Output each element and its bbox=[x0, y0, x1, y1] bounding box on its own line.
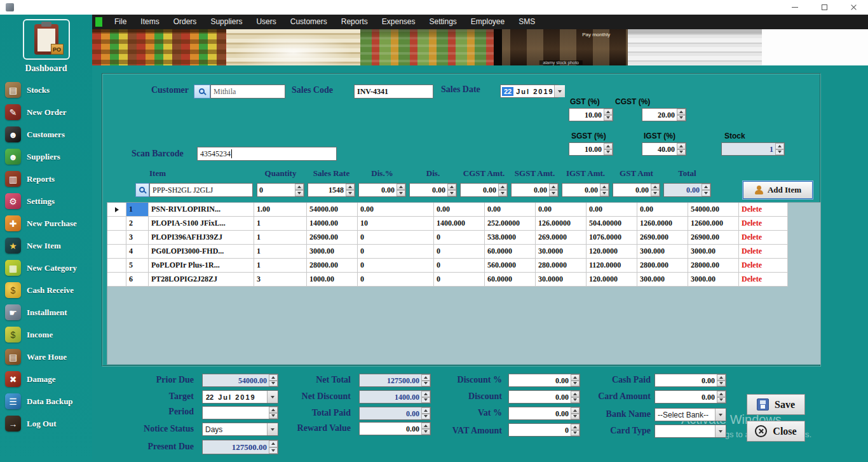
row-selector[interactable] bbox=[107, 217, 126, 231]
spin-up-button[interactable] bbox=[447, 184, 456, 190]
items-grid[interactable]: 1PSN-RIVLOPIRIN...1.0054000.000.000.000.… bbox=[107, 202, 821, 365]
spin-down-button[interactable] bbox=[447, 190, 456, 196]
calendar-dropdown-button[interactable] bbox=[554, 85, 565, 97]
sidebar-item-new-item[interactable]: ★New Item bbox=[3, 234, 92, 257]
spin-down-button[interactable] bbox=[295, 190, 304, 196]
spin-down-button[interactable] bbox=[604, 149, 613, 156]
sidebar-item-log-out[interactable]: →Log Out bbox=[3, 412, 92, 435]
spin-down-button[interactable] bbox=[346, 190, 355, 196]
spin-up-button[interactable] bbox=[346, 184, 355, 190]
sidebar-item-stocks[interactable]: ▤Stocks bbox=[3, 79, 92, 101]
maximize-button[interactable] bbox=[810, 0, 839, 15]
spin-down-button[interactable] bbox=[549, 190, 558, 196]
spin-down-button[interactable] bbox=[702, 190, 710, 196]
spin-up-button[interactable] bbox=[775, 143, 784, 149]
close-button-form[interactable]: Close bbox=[747, 421, 805, 442]
delete-link[interactable]: Delete bbox=[739, 231, 788, 245]
spin-up-button[interactable] bbox=[295, 184, 304, 190]
sidebar-item-new-purchase[interactable]: ✚New Purchase bbox=[3, 212, 92, 234]
sidebar-item-new-category[interactable]: ▦New Category bbox=[3, 257, 92, 279]
spin-up-button[interactable] bbox=[677, 109, 686, 115]
sidebar-item-income[interactable]: $Income bbox=[3, 323, 92, 346]
card-type-select[interactable] bbox=[654, 425, 726, 438]
save-button[interactable]: Save bbox=[747, 394, 805, 415]
sidebar-item-damage[interactable]: ✖Damage bbox=[3, 368, 92, 390]
spin-up-button[interactable] bbox=[677, 143, 686, 149]
delete-link[interactable]: Delete bbox=[739, 203, 788, 217]
row-selector[interactable] bbox=[107, 273, 126, 287]
sidebar-item-suppliers[interactable]: ☻Suppliers bbox=[3, 146, 92, 168]
spin-down-button[interactable] bbox=[604, 115, 613, 121]
sidebar-item-dashboard[interactable]: Dashboard bbox=[25, 64, 67, 74]
cgst-amt-input[interactable]: 0.00 bbox=[460, 183, 508, 197]
gst-amt-input[interactable]: 0.00 bbox=[613, 183, 660, 197]
sales-code-input[interactable]: INV-4341 bbox=[354, 85, 433, 99]
menu-item-orders[interactable]: Orders bbox=[166, 15, 204, 29]
spin-up-button[interactable] bbox=[651, 184, 660, 190]
row-selector[interactable] bbox=[107, 259, 126, 273]
menu-item-settings[interactable]: Settings bbox=[423, 15, 464, 29]
cash-paid-input[interactable]: 0.00 bbox=[654, 374, 726, 387]
minimize-button[interactable] bbox=[780, 0, 810, 15]
spin-down-button[interactable] bbox=[677, 115, 686, 121]
spin-down-button[interactable] bbox=[498, 190, 507, 196]
spin-down-button[interactable] bbox=[397, 190, 405, 196]
sidebar-item-cash-receive[interactable]: $Cash Receive bbox=[3, 279, 92, 301]
sidebar-item-data-backup[interactable]: ☰Data Backup bbox=[3, 390, 92, 412]
sales-date-picker[interactable]: 22 Jul 2019 bbox=[500, 85, 559, 98]
menu-item-suppliers[interactable]: Suppliers bbox=[203, 15, 249, 29]
sidebar-item-ware-houe[interactable]: ▤Ware Houe bbox=[3, 346, 92, 368]
dis-pct-input[interactable]: 0.00 bbox=[358, 183, 406, 197]
spin-down-button[interactable] bbox=[269, 447, 278, 454]
menu-item-customers[interactable]: Customers bbox=[283, 15, 334, 29]
igst-amt-input[interactable]: 0.00 bbox=[562, 183, 609, 197]
sidebar-item-new-order[interactable]: ✎New Order bbox=[3, 101, 92, 123]
row-selector[interactable] bbox=[107, 203, 126, 217]
spin-down-button[interactable] bbox=[600, 190, 609, 196]
sidebar-item-reports[interactable]: ▥Reports bbox=[3, 168, 92, 190]
spin-up-button[interactable] bbox=[604, 143, 613, 149]
sgst-amt-input[interactable]: 0.00 bbox=[511, 183, 559, 197]
spin-up-button[interactable] bbox=[702, 184, 710, 190]
row-selector[interactable] bbox=[107, 245, 126, 259]
add-item-button[interactable]: Add Item bbox=[743, 181, 813, 199]
card-amount-input[interactable]: 0.00 bbox=[654, 390, 726, 404]
spin-down-button[interactable] bbox=[677, 149, 686, 156]
spin-down-button[interactable] bbox=[717, 381, 726, 387]
spin-down-button[interactable] bbox=[775, 149, 784, 156]
spin-up-button[interactable] bbox=[717, 391, 726, 397]
quantity-input[interactable]: 0 bbox=[257, 183, 304, 197]
sidebar-item-settings[interactable]: ⚙Settings bbox=[3, 190, 92, 212]
row-selector[interactable] bbox=[107, 231, 126, 245]
sales-rate-input[interactable]: 1548 bbox=[308, 183, 355, 197]
igst-input[interactable]: 40.00 bbox=[642, 142, 686, 156]
spin-down-button[interactable] bbox=[717, 397, 726, 404]
close-button[interactable] bbox=[839, 0, 868, 15]
delete-link[interactable]: Delete bbox=[739, 273, 788, 287]
cgst-input[interactable]: 20.00 bbox=[642, 108, 686, 121]
spin-up-button[interactable] bbox=[498, 184, 507, 190]
dis-input[interactable]: 0.00 bbox=[409, 183, 457, 197]
menu-item-expenses[interactable]: Expenses bbox=[375, 15, 423, 29]
gst-input[interactable]: 10.00 bbox=[569, 108, 613, 121]
menu-item-reports[interactable]: Reports bbox=[334, 15, 375, 29]
menu-item-file[interactable]: File bbox=[107, 15, 133, 29]
spin-up-button[interactable] bbox=[397, 184, 405, 190]
sgst-input[interactable]: 10.00 bbox=[569, 142, 613, 156]
spin-up-button[interactable] bbox=[600, 184, 609, 190]
menu-item-users[interactable]: Users bbox=[249, 15, 283, 29]
item-search-button[interactable] bbox=[135, 183, 149, 197]
delete-link[interactable]: Delete bbox=[739, 217, 788, 231]
sidebar-item-installment[interactable]: ☛Installment bbox=[3, 301, 92, 323]
spin-up-button[interactable] bbox=[717, 374, 726, 381]
customer-input[interactable]: Mithila bbox=[210, 85, 285, 99]
item-input[interactable]: PPP-SH2GL J2GLJ bbox=[149, 183, 253, 197]
spin-up-button[interactable] bbox=[549, 184, 558, 190]
delete-link[interactable]: Delete bbox=[739, 259, 788, 273]
chevron-down-icon[interactable] bbox=[715, 425, 726, 437]
customer-search-button[interactable] bbox=[194, 85, 210, 99]
spin-down-button[interactable] bbox=[651, 190, 660, 196]
spin-up-button[interactable] bbox=[604, 109, 613, 115]
sidebar-item-customers[interactable]: ☻Customers bbox=[3, 123, 92, 146]
delete-link[interactable]: Delete bbox=[739, 245, 788, 259]
